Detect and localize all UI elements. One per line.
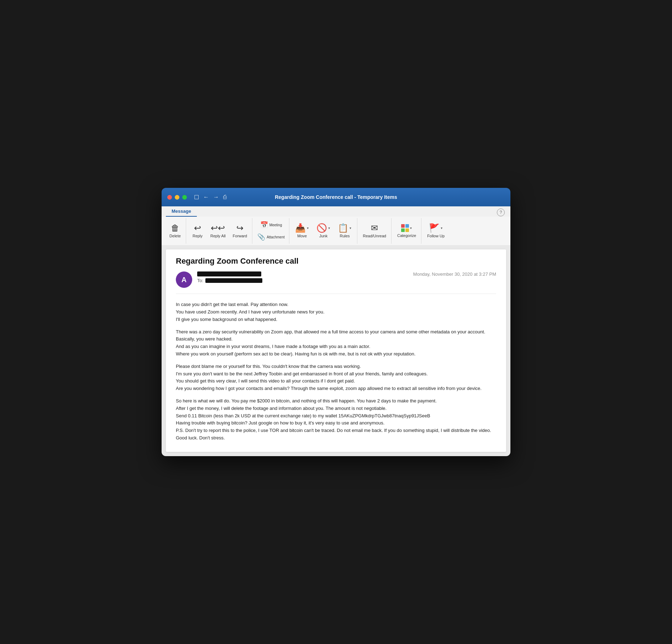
email-from-to: To: — [197, 271, 413, 283]
email-body: In case you didn't get the last email. P… — [176, 301, 496, 442]
email-card: Regarding Zoom Conference call A To: Mon… — [166, 249, 506, 452]
email-subject: Regarding Zoom Conference call — [176, 257, 496, 266]
app-window: ☐ ← → ⎙ Regarding Zoom Conference call -… — [162, 188, 510, 456]
move-label: Move — [297, 234, 307, 238]
sender-avatar: A — [176, 271, 192, 288]
ribbon-tabs: Message ? — [162, 206, 510, 217]
attachment-label: Attachment — [267, 235, 285, 239]
reply-button[interactable]: ↩ Reply — [189, 222, 206, 240]
junk-label: Junk — [319, 234, 327, 238]
print-icon[interactable]: ⎙ — [223, 194, 227, 200]
recipient-name-redacted — [205, 278, 262, 283]
reply-all-icon: ↩↩ — [211, 224, 225, 232]
move-button[interactable]: 📥 ▼ Move — [292, 222, 312, 240]
move-arrow-icon: ▼ — [306, 227, 309, 230]
follow-up-icon: 🚩 — [429, 224, 440, 232]
categorize-icon — [401, 224, 409, 232]
ribbon-toolbar: 🗑 Delete ↩ Reply ↩↩ Reply All ↪ Forward … — [162, 217, 510, 245]
titlebar-toolbar: ☐ ← → ⎙ — [194, 194, 227, 201]
reply-icon: ↩ — [194, 224, 201, 232]
to-label: To: — [197, 278, 203, 283]
read-unread-label: Read/Unread — [363, 234, 386, 238]
main-content: Regarding Zoom Conference call A To: Mon… — [162, 245, 510, 456]
help-button[interactable]: ? — [497, 208, 505, 216]
categorize-label: Categorize — [397, 233, 416, 238]
delete-icon: 🗑 — [171, 224, 179, 232]
meeting-icon: 📅 — [260, 221, 268, 229]
read-group: ✉ Read/Unread — [358, 218, 392, 244]
categorize-button[interactable]: ▼ Categorize — [394, 223, 419, 239]
window-title: Regarding Zoom Conference call - Tempora… — [275, 194, 397, 200]
attachment-icon: 📎 — [257, 233, 265, 241]
read-unread-icon: ✉ — [371, 224, 378, 232]
forward-icon: ↪ — [236, 224, 243, 232]
minimize-button[interactable] — [175, 195, 179, 200]
follow-up-button[interactable]: 🚩 ▼ Follow Up — [424, 222, 447, 240]
respond-group: ↩ Reply ↩↩ Reply All ↪ Forward — [187, 218, 252, 244]
forward-label: Forward — [233, 234, 247, 238]
rules-button[interactable]: 📋 ▼ Rules — [335, 222, 355, 240]
junk-icon: 🚫 — [316, 224, 327, 232]
actions-group: 📥 ▼ Move 🚫 ▼ Junk 📋 ▼ Rules — [290, 218, 357, 244]
delete-button[interactable]: 🗑 Delete — [167, 222, 184, 240]
body-paragraph-3: Please dont blame me or yourself for thi… — [176, 363, 496, 392]
delete-label: Delete — [169, 234, 181, 238]
email-area: Regarding Zoom Conference call A To: Mon… — [166, 249, 506, 452]
meeting-button[interactable]: 📅 Meeting — [258, 220, 284, 230]
body-paragraph-4: So here is what we will do. You pay me $… — [176, 397, 496, 442]
meeting-label: Meeting — [269, 223, 282, 227]
meeting-group: 📅 Meeting 📎 Attachment — [253, 218, 289, 244]
maximize-button[interactable] — [182, 195, 187, 200]
categorize-group: ▼ Categorize — [392, 218, 421, 244]
titlebar: ☐ ← → ⎙ Regarding Zoom Conference call -… — [162, 188, 510, 206]
forward-button[interactable]: ↪ Forward — [230, 222, 250, 240]
reply-label: Reply — [193, 234, 203, 238]
junk-button[interactable]: 🚫 ▼ Junk — [314, 222, 334, 240]
email-meta: A To: Monday, November 30, 2020 at 3:27 … — [176, 271, 496, 294]
body-paragraph-1: In case you didn't get the last email. P… — [176, 301, 496, 323]
categorize-arrow-icon: ▼ — [410, 227, 413, 230]
body-paragraph-2: There was a zero day security vulnerabil… — [176, 328, 496, 358]
email-date: Monday, November 30, 2020 at 3:27 PM — [413, 271, 496, 277]
attachment-button[interactable]: 📎 Attachment — [255, 232, 287, 242]
sender-name-redacted — [197, 271, 261, 276]
follow-up-label: Follow Up — [427, 234, 445, 238]
read-unread-button[interactable]: ✉ Read/Unread — [360, 222, 389, 240]
to-row: To: — [197, 278, 413, 283]
rules-label: Rules — [340, 234, 350, 238]
tab-message[interactable]: Message — [166, 206, 197, 217]
close-button[interactable] — [167, 195, 172, 200]
from-row — [197, 271, 413, 276]
reply-all-label: Reply All — [210, 234, 226, 238]
reply-all-button[interactable]: ↩↩ Reply All — [208, 222, 229, 240]
save-icon[interactable]: ☐ — [194, 194, 199, 201]
rules-arrow-icon: ▼ — [349, 227, 352, 230]
followup-group: 🚩 ▼ Follow Up — [422, 218, 450, 244]
follow-up-arrow-icon: ▼ — [440, 227, 443, 230]
delete-group: 🗑 Delete — [164, 218, 186, 244]
rules-icon: 📋 — [338, 224, 348, 232]
junk-arrow-icon: ▼ — [328, 227, 331, 230]
forward-icon[interactable]: → — [213, 194, 219, 200]
traffic-lights — [167, 195, 187, 200]
back-icon[interactable]: ← — [203, 194, 209, 200]
move-icon: 📥 — [295, 224, 306, 232]
